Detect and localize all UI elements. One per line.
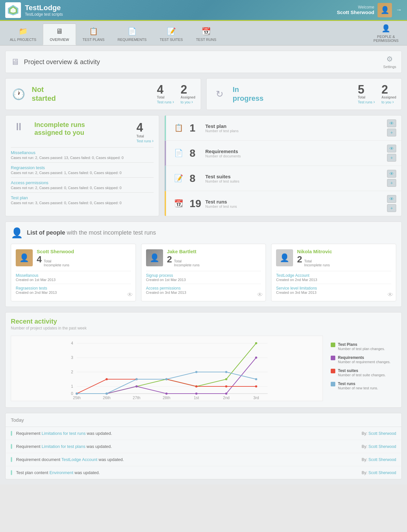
activity-by-0: By: Scott Sherwood — [362, 431, 396, 436]
requirements-stat-actions: 👁 + — [387, 145, 396, 162]
person-run-name-jake-0[interactable]: Signup process — [146, 273, 261, 278]
svg-point-38 — [195, 385, 197, 388]
requirements-stat-num: 8 — [190, 147, 201, 159]
svg-point-26 — [255, 342, 257, 345]
legend-requirements-color — [331, 356, 335, 360]
person-header-jake: 👤 Jake Bartlett 2 Total Incomplete runs — [146, 249, 261, 267]
legend-test-suites-color — [331, 369, 335, 373]
test-plans-stat-sublabel: Number of test plans — [205, 129, 239, 133]
not-started-card: 🕐 Notstarted 4 Total Test runs › 2 Assig… — [5, 78, 201, 110]
person-run-name-scott-0[interactable]: Missellanous — [16, 273, 131, 278]
chart-subtitle: Number of project updates in the past we… — [11, 326, 396, 330]
person-card-footer-scott[interactable]: 👁 — [127, 292, 133, 298]
welcome-text: Welcome — [337, 5, 374, 9]
activity-by-user-1[interactable]: Scott Sherwood — [368, 444, 396, 449]
stat-row-requirements: 📄 8 Requirements Number of documents 👁 + — [165, 141, 401, 166]
nav-overview-label: OVERVIEW — [50, 38, 69, 42]
person-run-name-jake-1[interactable]: Access permissions — [146, 286, 261, 291]
activity-by-user-3[interactable]: Scott Sherwood — [368, 470, 396, 475]
activity-suffix-2: was updated. — [97, 457, 124, 462]
nav-all-projects[interactable]: 📁 ALL PROJECTS — [3, 24, 43, 45]
person-card-footer-jake[interactable]: 👁 — [257, 292, 263, 298]
activity-by-3: By: Scott Sherwood — [362, 470, 396, 475]
test-runs-add-button[interactable]: + — [387, 204, 396, 212]
test-suites-view-button[interactable]: 👁 — [387, 170, 396, 178]
test-runs-stat-sublabel: Number of test runs — [205, 204, 237, 208]
not-started-assigned-arrow[interactable]: › — [192, 99, 193, 104]
test-runs-stat-label: Test runs — [205, 199, 237, 204]
person-avatar-scott: 👤 — [16, 249, 33, 266]
not-started-total-sub: Test runs › — [157, 99, 174, 104]
person-run-jake-1: Access permissions Created on 3rd Mar 20… — [146, 284, 261, 296]
run-item-1-name[interactable]: Regraession tests — [11, 165, 154, 170]
nav-people-permissions[interactable]: 👤 PEOPLE &PERMISSIONS — [368, 21, 404, 45]
test-suites-add-button[interactable]: + — [387, 179, 396, 187]
nav-requirements[interactable]: 📄 REQUIREMENTS — [111, 24, 153, 45]
in-progress-card: ↻ Inprogress 5 Total Test runs › 2 Assig… — [206, 78, 402, 110]
run-item-0-name[interactable]: Missellanous — [11, 150, 154, 155]
activity-link-3[interactable]: Environment — [49, 470, 73, 475]
test-plans-add-button[interactable]: + — [387, 129, 396, 136]
in-progress-total-num: 5 — [358, 84, 364, 96]
people-title-main: List of people — [27, 229, 65, 236]
incomplete-total-label: Total — [137, 134, 144, 138]
in-progress-total-arrow[interactable]: › — [373, 99, 375, 104]
activity-item-1: Requirement Limitation for test plans wa… — [6, 440, 401, 453]
nav-test-suites[interactable]: 📝 TEST SUITES — [153, 24, 190, 45]
test-plans-view-button[interactable]: 👁 — [387, 119, 396, 127]
person-run-name-nikola-1[interactable]: Service level limitations — [276, 286, 391, 291]
nav-overview[interactable]: 🖥 OVERVIEW — [43, 23, 76, 45]
test-runs-view-button[interactable]: 👁 — [387, 195, 396, 203]
logout-button[interactable]: → — [396, 7, 402, 13]
run-item-2-name[interactable]: Access permissions — [11, 180, 154, 185]
activity-link-2[interactable]: TestLodge Account — [62, 457, 98, 462]
main-content: 🖥 Project overview & activity ⚙ Settings… — [0, 45, 407, 485]
person-run-name-scott-1[interactable]: Regraession tests — [16, 286, 131, 291]
logo-icon — [5, 2, 21, 18]
in-progress-assigned-arrow[interactable]: › — [392, 99, 394, 104]
app-name: TestLodge — [25, 4, 63, 12]
not-started-label-block: Notstarted — [32, 85, 56, 103]
not-started-total-arrow[interactable]: › — [173, 99, 174, 104]
activity-suffix-1: was updated. — [85, 444, 112, 449]
activity-link-1[interactable]: Limitation for test plans — [42, 444, 85, 449]
svg-text:2nd: 2nd — [223, 396, 230, 400]
svg-point-42 — [106, 393, 108, 395]
overview-icon: 🖥 — [56, 27, 63, 36]
person-run-name-nikola-0[interactable]: TestLodge Account — [276, 273, 391, 278]
nav-test-suites-label: TEST SUITES — [160, 38, 183, 42]
nav-all-projects-label: ALL PROJECTS — [10, 38, 36, 42]
requirements-view-button[interactable]: 👁 — [387, 145, 396, 152]
nav-test-plans[interactable]: 📋 TEST PLANS — [76, 24, 111, 45]
run-item-3-name[interactable]: Test plan — [11, 195, 154, 200]
section-header: 🖥 Project overview & activity ⚙ Settings — [5, 51, 402, 73]
activity-text-1: Requirement Limitation for test plans wa… — [16, 444, 362, 449]
view-nikola-icon: 👁 — [387, 292, 393, 298]
stat-row-test-runs: 📆 19 Test runs Number of test runs 👁 + — [165, 191, 401, 216]
legend-test-runs-sublabel: Number of new test runs. — [338, 386, 378, 390]
svg-point-25 — [225, 378, 228, 381]
test-suites-stat-sublabel: Number of test suites — [205, 179, 239, 183]
incomplete-total-arrow[interactable]: › — [152, 138, 154, 143]
incomplete-titles: Incomplete runsassigned to you — [34, 121, 85, 136]
requirements-add-button[interactable]: + — [387, 154, 396, 162]
person-card-footer-nikola[interactable]: 👁 — [387, 292, 393, 298]
activity-by-user-2[interactable]: Scott Sherwood — [368, 457, 396, 462]
welcome-texts: Welcome Scott Sherwood — [337, 5, 374, 15]
section-header-left: 🖥 Project overview & activity — [11, 57, 100, 67]
person-run-jake-0: Signup process Created on 1st Mar 2013 — [146, 271, 261, 284]
person-total-sub-scott: Incomplete runs — [44, 263, 69, 267]
requirements-stat-icon: 📄 — [171, 146, 186, 160]
activity-link-0[interactable]: Limitations for test runs — [42, 431, 85, 436]
person-total-nikola: 2 Total Incomplete runs — [297, 254, 332, 267]
chart-title: Recent activity — [11, 318, 396, 325]
legend-requirements-sublabel: Number of requirement changes. — [338, 360, 391, 364]
person-run-date-scott-0: Created on 1st Mar 2013 — [16, 278, 131, 282]
svg-point-32 — [225, 393, 228, 395]
in-progress-assigned-label: Assigned — [381, 96, 396, 99]
all-projects-icon: 📁 — [19, 27, 28, 36]
settings-button[interactable]: ⚙ Settings — [383, 55, 396, 69]
activity-by-user-0[interactable]: Scott Sherwood — [368, 431, 396, 436]
nav-test-runs[interactable]: 📆 TEST RUNS — [189, 24, 223, 45]
legend-test-runs-text: Test runs Number of new test runs. — [338, 381, 378, 390]
